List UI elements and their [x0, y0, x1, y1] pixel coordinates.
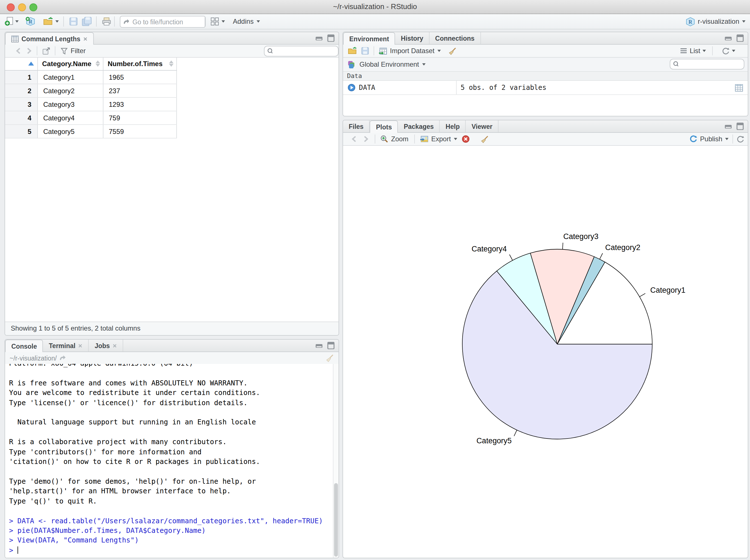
goto-directory-icon[interactable]	[60, 355, 66, 361]
maximize-pane-icon[interactable]	[736, 35, 744, 42]
zoom-plot-button[interactable]: Zoom	[380, 134, 408, 144]
column-divider	[456, 81, 457, 94]
tab-connections[interactable]: Connections	[430, 32, 481, 44]
viewer-search-box[interactable]	[264, 46, 338, 57]
save-icon	[69, 17, 78, 26]
console-scrollbar[interactable]	[333, 364, 338, 558]
open-file-button[interactable]	[43, 16, 54, 26]
pane-layout-caret[interactable]	[221, 16, 225, 26]
rownum-header[interactable]	[5, 58, 37, 71]
plots-toolbar: Zoom Export Publish	[343, 133, 748, 146]
list-view-button[interactable]: List	[681, 46, 706, 56]
tab-command-lengths[interactable]: Command Lengths	[5, 32, 94, 45]
console-path-row: ~/r-visualization/	[5, 352, 338, 364]
table-row: 1Category11965	[5, 71, 337, 84]
toolbar-separator	[414, 135, 415, 143]
chevron-down-icon	[256, 20, 260, 23]
maximize-pane-icon[interactable]	[327, 35, 335, 42]
table-header-row: Category.Name Number.of.Times	[5, 58, 337, 71]
chevron-down-icon[interactable]	[422, 63, 426, 65]
clear-console-broom-icon[interactable]	[325, 354, 334, 362]
table-cell	[176, 84, 337, 98]
open-folder-icon	[348, 47, 357, 55]
tab-plots[interactable]: Plots	[370, 120, 398, 133]
titlebar[interactable]: ~/r-visualization - RStudio	[0, 0, 750, 14]
minimize-pane-icon[interactable]	[315, 342, 323, 349]
tab-environment[interactable]: Environment	[343, 32, 395, 45]
close-icon[interactable]	[78, 343, 83, 348]
tab-files[interactable]: Files	[343, 120, 370, 132]
nav-back-button[interactable]	[15, 46, 22, 56]
minimize-pane-icon[interactable]	[315, 35, 323, 42]
open-in-new-window-button[interactable]	[42, 46, 50, 56]
close-icon[interactable]	[83, 37, 87, 41]
column-header-number-of-times[interactable]: Number.of.Times	[103, 58, 176, 71]
column-header-category-name[interactable]: Category.Name	[37, 58, 103, 71]
refresh-environment-button[interactable]	[722, 46, 735, 56]
toolbar-separator	[375, 135, 375, 143]
goto-file-input[interactable]	[132, 18, 202, 26]
tab-packages[interactable]: Packages	[398, 120, 440, 132]
tab-jobs[interactable]: Jobs	[89, 340, 123, 352]
clear-environment-button[interactable]	[448, 46, 457, 56]
new-project-button[interactable]: R	[25, 16, 36, 26]
viewer-search-input[interactable]	[275, 47, 335, 55]
print-button[interactable]	[102, 16, 111, 26]
global-environment-icon	[348, 60, 356, 69]
maximize-pane-icon[interactable]	[327, 342, 335, 349]
addins-button[interactable]: Addins	[233, 16, 260, 26]
expand-object-play-icon[interactable]	[348, 84, 355, 92]
next-plot-button[interactable]	[362, 134, 369, 144]
load-workspace-button[interactable]	[348, 46, 357, 56]
clear-all-plots-button[interactable]	[480, 134, 489, 144]
environment-search-input[interactable]	[681, 60, 741, 68]
new-file-menu-caret[interactable]	[15, 16, 19, 26]
tab-viewer[interactable]: Viewer	[466, 120, 499, 132]
goto-arrow-icon	[123, 19, 129, 25]
previous-plot-button[interactable]	[351, 134, 358, 144]
svg-text:R: R	[688, 19, 692, 25]
save-workspace-button[interactable]	[361, 46, 369, 56]
scrollbar-thumb[interactable]	[334, 483, 338, 557]
refresh-plot-button[interactable]	[736, 134, 744, 144]
environment-pane: Environment History Connections Import D…	[342, 32, 748, 116]
minimize-pane-icon[interactable]	[725, 35, 732, 42]
tab-help[interactable]: Help	[440, 120, 466, 132]
save-all-button[interactable]	[81, 16, 92, 26]
scope-selector[interactable]: Global Environment	[359, 60, 419, 68]
console-output[interactable]: Platform: x86_64-apple-darwin15.6.0 (64-…	[5, 364, 333, 558]
project-menu-button[interactable]: R r-visualization	[685, 16, 746, 26]
goto-file-box[interactable]	[120, 16, 206, 28]
maximize-pane-icon[interactable]	[736, 123, 744, 130]
publish-plot-button[interactable]: Publish	[689, 134, 729, 144]
search-icon	[267, 48, 273, 54]
table-cell: Category3	[37, 98, 103, 111]
console-line: Platform: x86_64-apple-darwin15.6.0 (64-…	[9, 364, 333, 369]
forward-arrow-icon	[362, 136, 369, 142]
tab-terminal[interactable]: Terminal	[43, 340, 89, 352]
filter-funnel-icon	[60, 47, 68, 55]
console-line	[9, 369, 333, 379]
open-file-menu-caret[interactable]	[55, 16, 59, 26]
save-button[interactable]	[69, 16, 78, 26]
export-plot-button[interactable]: Export	[420, 134, 457, 144]
nav-forward-button[interactable]	[25, 46, 32, 56]
filter-button[interactable]: Filter	[60, 46, 86, 56]
tab-console[interactable]: Console	[5, 340, 43, 352]
table-cell: 1965	[103, 71, 176, 84]
close-icon[interactable]	[113, 343, 117, 348]
sort-ascending-icon	[28, 62, 34, 65]
tab-history[interactable]: History	[395, 32, 430, 44]
remove-plot-button[interactable]	[462, 134, 470, 144]
pane-layout-button[interactable]	[210, 16, 219, 26]
rstudio-window: ~/r-visualization - RStudio R	[0, 0, 750, 560]
sort-toggle-icon	[95, 60, 100, 67]
export-label: Export	[431, 135, 451, 143]
console-line: Type 'license()' or 'licence()' for dist…	[9, 398, 333, 408]
view-data-grid-icon[interactable]	[735, 84, 743, 91]
import-dataset-button[interactable]: Import Dataset	[379, 46, 440, 56]
environment-search-box[interactable]	[670, 59, 744, 69]
new-file-button[interactable]	[4, 16, 14, 26]
environment-object-row[interactable]: DATA 5 obs. of 2 variables	[343, 81, 748, 95]
minimize-pane-icon[interactable]	[725, 123, 732, 130]
